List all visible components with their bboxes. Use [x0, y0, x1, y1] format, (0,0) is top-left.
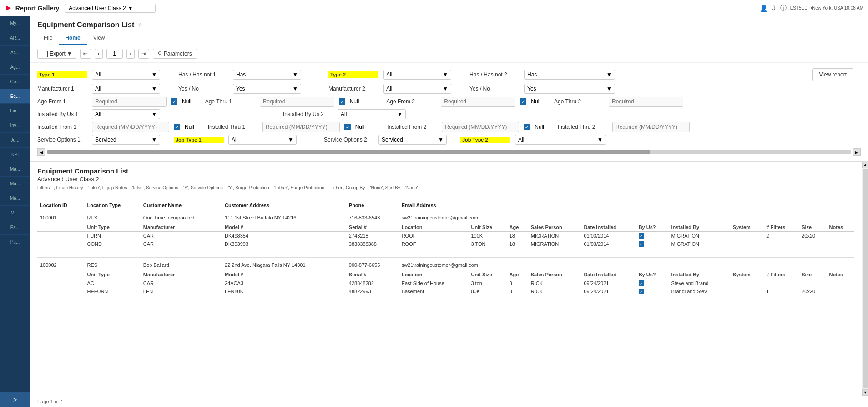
manufacturer1-label: Manufacturer 1 — [37, 86, 87, 92]
filter-icon: ⚲ — [158, 51, 162, 57]
gallery-dropdown[interactable]: Advanced User Class 2 ▼ — [65, 4, 156, 13]
installedbyus2-select[interactable]: All ▼ — [338, 109, 406, 119]
scroll-down-button[interactable]: ▼ — [862, 389, 868, 396]
agethru1-null-checkbox[interactable]: ✓ — [339, 98, 345, 105]
email: sw21trainingcustomer@gmail.com — [399, 210, 827, 222]
installedthru1-input[interactable] — [262, 122, 340, 132]
location-id: 100002 — [37, 258, 84, 270]
parameters-button[interactable]: ⚲ Parameters — [153, 49, 197, 59]
vertical-scrollbar[interactable]: ▲ ▼ — [862, 162, 868, 396]
type2-label: Type 2 — [328, 71, 378, 78]
yesno1-label: Yes / No — [178, 86, 228, 92]
manufacturer1-select[interactable]: All ▼ — [92, 84, 160, 94]
sidebar-item-kpi[interactable]: KPI — [0, 148, 30, 162]
has-hasnot2-select[interactable]: Has ▼ — [524, 70, 615, 80]
user-icon[interactable]: 👤 — [760, 5, 767, 12]
type1-select[interactable]: All ▼ — [92, 70, 160, 80]
export-button[interactable]: →| Export ▼ — [37, 49, 76, 59]
location-type: RES — [84, 210, 140, 222]
jobtype1-select[interactable]: All ▼ — [228, 135, 297, 145]
scroll-left-button[interactable]: ◀ — [37, 148, 45, 156]
horizontal-scrollbar[interactable]: ◀ ▶ — [37, 148, 861, 156]
installedfrom2-null-checkbox[interactable]: ✓ — [524, 124, 530, 130]
email: sw21trainingcustomer@gmail.com — [399, 258, 827, 270]
type2-select[interactable]: All ▼ — [383, 70, 451, 80]
sidebar-item-mi[interactable]: Mi... — [0, 206, 30, 220]
agefrom2-input[interactable] — [441, 97, 515, 107]
sidebar-item-ac[interactable]: Ac... — [0, 46, 30, 60]
jobtype2-select[interactable]: All ▼ — [515, 135, 606, 145]
chevron-down-icon: ▼ — [128, 5, 133, 11]
nav-next-button[interactable]: › — [126, 49, 135, 59]
agefrom1-input[interactable] — [92, 97, 167, 107]
agefrom2-null-checkbox[interactable]: ✓ — [520, 98, 526, 105]
agethru2-input[interactable] — [609, 97, 683, 107]
sidebar-item-ag[interactable]: Ag... — [0, 60, 30, 75]
app-logo: ► Report Gallery — [5, 3, 59, 13]
has-hasnot1-select[interactable]: Has ▼ — [233, 70, 301, 80]
tab-view[interactable]: View — [87, 32, 111, 45]
sidebar-item-my[interactable]: My... — [0, 16, 30, 31]
sidebar-item-pa[interactable]: Pa... — [0, 220, 30, 235]
yesno1-select[interactable]: Yes ▼ — [233, 84, 301, 94]
chevron-down-icon: ▼ — [151, 137, 157, 143]
agethru2-label: Age Thru 2 — [554, 98, 604, 105]
separator-row — [37, 248, 854, 258]
manufacturer2-select[interactable]: All ▼ — [383, 84, 451, 94]
nav-last-button[interactable]: ⇥ — [138, 49, 149, 59]
export-icon: →| — [41, 51, 48, 57]
agefrom1-label: Age From 1 — [37, 98, 87, 105]
agethru1-input[interactable] — [260, 97, 334, 107]
sidebar-item-ma2[interactable]: Ma... — [0, 177, 30, 191]
unit-subheader-row: Unit Type Manufacturer Model # Serial # … — [37, 269, 854, 279]
download-icon[interactable]: ⇩ — [771, 5, 777, 12]
sidebar-item-ar[interactable]: AR... — [0, 31, 30, 46]
agefrom2-label: Age From 2 — [386, 98, 436, 105]
sidebar-item-pu[interactable]: Pu... — [0, 235, 30, 249]
sidebar-item-ma1[interactable]: Ma... — [0, 162, 30, 177]
yesno2-select[interactable]: Yes ▼ — [524, 84, 615, 94]
serviceoptions1-select[interactable]: Serviced ▼ — [92, 135, 160, 145]
page-number-input[interactable]: 1 — [106, 49, 123, 59]
chevron-down-icon: ▼ — [443, 71, 448, 78]
sidebar-item-jo[interactable]: Jo... — [0, 133, 30, 148]
sidebar-item-ma3[interactable]: Ma... — [0, 191, 30, 206]
chevron-down-icon: ▼ — [151, 71, 157, 78]
installedthru1-null-checkbox[interactable]: ✓ — [344, 124, 351, 130]
report-filters: Filters =, Equip History = 'false', Equi… — [37, 185, 854, 194]
sidebar-item-inv[interactable]: Inv... — [0, 118, 30, 133]
installedthru1-label: Installed Thru 1 — [208, 124, 258, 130]
view-report-button[interactable]: View report — [812, 68, 853, 81]
nav-prev-button[interactable]: ‹ — [95, 49, 103, 59]
sidebar-item-eq[interactable]: Eq... — [0, 89, 30, 104]
table-row: COND CAR DK393993 3838388388 ROOF 3 TON … — [37, 240, 854, 248]
separator-row — [37, 295, 854, 305]
sidebar-item-co[interactable]: Co... — [0, 75, 30, 89]
help-icon[interactable]: ⓘ — [780, 4, 787, 12]
sidebar-item-fin[interactable]: Fin... — [0, 104, 30, 118]
installedthru2-input[interactable] — [612, 122, 690, 132]
tab-file[interactable]: File — [37, 32, 59, 45]
installedfrom1-label: Installed From 1 — [37, 124, 87, 130]
serviceoptions2-select[interactable]: Serviced ▼ — [378, 135, 447, 145]
installedbyus1-select[interactable]: All ▼ — [92, 109, 160, 119]
nav-first-button[interactable]: ⇤ — [80, 49, 91, 59]
installedfrom1-null-checkbox[interactable]: ✓ — [174, 124, 180, 130]
jobtype1-label: Job Type 1 — [174, 137, 224, 143]
installedbyus2-label: Installed By Us 2 — [283, 111, 333, 117]
chevron-down-icon: ▼ — [397, 111, 403, 117]
sidebar-toggle-button[interactable]: > — [0, 392, 30, 407]
agefrom1-null-checkbox[interactable]: ✓ — [171, 98, 177, 105]
location-type: RES — [84, 258, 140, 270]
page-info: Page 1 of 4 — [37, 399, 63, 404]
scroll-right-button[interactable]: ▶ — [853, 148, 861, 156]
favorite-star-icon[interactable]: ☆ — [138, 22, 143, 28]
yesno2-label: Yes / No — [469, 86, 520, 92]
col-customer-address: Customer Address — [222, 201, 346, 210]
installedfrom2-input[interactable] — [442, 122, 519, 132]
scroll-up-button[interactable]: ▲ — [862, 162, 868, 168]
sidebar: My... AR... Ac... Ag... Co... Eq... Fin.… — [0, 16, 30, 407]
table-row: AC CAR 24ACA3 428848282 East Side of Hou… — [37, 279, 854, 288]
installedfrom1-input[interactable] — [92, 122, 169, 132]
tab-home[interactable]: Home — [59, 32, 86, 45]
